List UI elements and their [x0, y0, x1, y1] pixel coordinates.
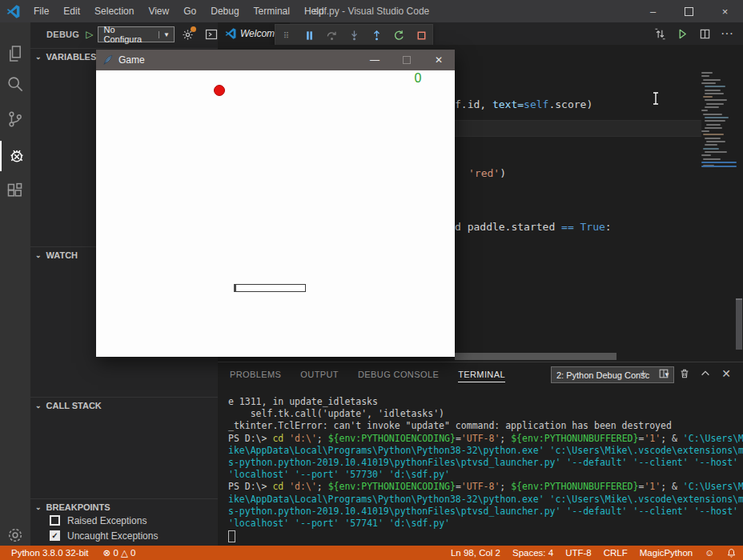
- start-debug-icon[interactable]: ▷: [86, 29, 93, 40]
- indentation[interactable]: Spaces: 4: [512, 548, 553, 558]
- game-ball: [214, 85, 225, 96]
- activity-explorer-icon[interactable]: [0, 38, 30, 69]
- settings-badge-dot: [191, 26, 196, 32]
- game-close-button[interactable]: ✕: [423, 50, 455, 70]
- step-out-button[interactable]: [367, 26, 386, 44]
- section-label: WATCH: [46, 250, 78, 260]
- encoding[interactable]: UTF-8: [565, 548, 592, 558]
- panel-tab-debug-console[interactable]: DEBUG CONSOLE: [358, 366, 439, 382]
- menu-bar: FileEditSelectionViewGoDebugTerminalHelp: [26, 0, 331, 22]
- language-mode[interactable]: MagicPython: [640, 548, 693, 558]
- maximize-button[interactable]: [671, 0, 707, 22]
- menu-view[interactable]: View: [141, 0, 176, 22]
- code-line: f.id, text=self.score): [455, 98, 592, 110]
- mouse-ibeam-cursor: [652, 91, 660, 106]
- panel-tab-terminal[interactable]: TERMINAL: [458, 366, 505, 382]
- terminal-line: s-python.python-2019.10.41019\pythonFile…: [228, 506, 740, 518]
- activity-source-control-icon[interactable]: [0, 104, 30, 134]
- menu-go[interactable]: Go: [176, 0, 203, 22]
- split-terminal-icon[interactable]: [653, 364, 674, 383]
- more-actions-icon[interactable]: ···: [716, 24, 738, 43]
- panel-tab-problems[interactable]: PROBLEMS: [230, 366, 281, 382]
- open-console-icon[interactable]: [205, 28, 218, 41]
- window-title: sdf.py - Visual Studio Code: [314, 6, 430, 17]
- game-score: 0: [408, 71, 428, 86]
- minimize-button[interactable]: –: [635, 0, 671, 22]
- terminal-line: ike\AppData\Local\Programs\Python\Python…: [228, 494, 740, 506]
- problems-summary[interactable]: ⊗ 0 △ 0: [103, 547, 136, 558]
- eol[interactable]: CRLF: [604, 548, 628, 558]
- terminal-cursor-line: [228, 530, 740, 542]
- kill-terminal-trash-icon[interactable]: [674, 364, 695, 383]
- new-terminal-icon[interactable]: ＋: [633, 364, 653, 383]
- terminal-line: s-python.python-2019.10.41019\pythonFile…: [228, 457, 740, 469]
- minimap[interactable]: [701, 72, 737, 280]
- vertical-scrollbar[interactable]: [736, 298, 742, 350]
- game-title-bar[interactable]: Game — ✕: [96, 50, 455, 70]
- game-minimize-button[interactable]: —: [359, 50, 391, 70]
- stop-button[interactable]: [412, 26, 431, 44]
- step-over-button[interactable]: [322, 26, 341, 44]
- breakpoint-item[interactable]: Raised Exceptions: [30, 513, 218, 528]
- game-paddle: [234, 284, 306, 292]
- panel: PROBLEMSOUTPUTDEBUG CONSOLETERMINAL 2: P…: [218, 362, 743, 546]
- close-panel-icon[interactable]: ✕: [716, 364, 737, 383]
- terminal-line: PS D:\> cd 'd:\'; ${env:PYTHONIOENCODING…: [228, 433, 740, 445]
- game-canvas[interactable]: 0: [96, 70, 455, 357]
- vscode-logo-icon: [6, 5, 20, 18]
- vscode-window: FileEditSelectionViewGoDebugTerminalHelp…: [0, 0, 743, 560]
- terminal-output[interactable]: e 1311, in update_idletasks self.tk.call…: [228, 396, 740, 546]
- step-into-button[interactable]: [344, 26, 363, 44]
- close-button[interactable]: ×: [707, 0, 743, 22]
- maximize-panel-icon[interactable]: [695, 364, 716, 383]
- section-label: VARIABLES: [46, 52, 97, 62]
- horizontal-scrollbar[interactable]: [455, 353, 616, 360]
- restart-button[interactable]: [389, 26, 408, 44]
- terminal-line: self.tk.call('update', 'idletasks'): [228, 408, 740, 420]
- section-label: CALL STACK: [46, 401, 102, 410]
- code-line: 'red'): [468, 167, 506, 179]
- run-python-file-icon[interactable]: [671, 24, 693, 43]
- menu-selection[interactable]: Selection: [87, 0, 141, 22]
- activity-search-icon[interactable]: [0, 69, 30, 99]
- menu-edit[interactable]: Edit: [56, 0, 87, 22]
- editor-tab-bar: Welcome ⠿: [218, 22, 743, 45]
- activity-debug-icon[interactable]: [0, 141, 32, 171]
- debug-toolbar: ⠿: [275, 24, 433, 46]
- pause-button[interactable]: [299, 26, 319, 44]
- menu-terminal[interactable]: Terminal: [247, 0, 297, 22]
- notifications-bell-icon[interactable]: [726, 548, 737, 558]
- open-changes-icon[interactable]: [649, 24, 671, 43]
- section-header-call-stack[interactable]: ⌄CALL STACK: [30, 397, 218, 413]
- title-bar: FileEditSelectionViewGoDebugTerminalHelp…: [0, 0, 743, 22]
- chevron-down-icon: ⌄: [35, 503, 42, 511]
- section-label: BREAKPOINTS: [46, 502, 110, 512]
- menu-file[interactable]: File: [26, 0, 56, 22]
- panel-tab-output[interactable]: OUTPUT: [300, 366, 339, 382]
- toolbar-grip-handle[interactable]: ⠿: [277, 26, 296, 44]
- chevron-down-icon: ▼: [159, 31, 174, 38]
- terminal-line: PS D:\> cd 'd:\'; ${env:PYTHONIOENCODING…: [228, 481, 740, 493]
- debug-settings-gear-icon[interactable]: [182, 29, 194, 41]
- menu-debug[interactable]: Debug: [203, 0, 246, 22]
- section-header-breakpoints[interactable]: ⌄BREAKPOINTS: [30, 498, 218, 514]
- status-bar: Python 3.8.0 32-bit⊗ 0 △ 0 Ln 98, Col 2S…: [0, 546, 743, 560]
- debug-config-dropdown[interactable]: No Configura ▼: [98, 26, 175, 42]
- terminal-line: 'localhost' '--port' '57730' 'd:\sdf.py': [228, 469, 740, 481]
- breakpoint-item[interactable]: ✓Uncaught Exceptions: [30, 528, 218, 543]
- activity-extensions-icon[interactable]: [0, 176, 30, 206]
- game-window-title: Game: [118, 54, 145, 66]
- checkbox-unchecked[interactable]: [50, 515, 60, 526]
- game-maximize-button[interactable]: [391, 50, 423, 70]
- chevron-down-icon: ⌄: [35, 53, 42, 61]
- checkbox-checked[interactable]: ✓: [50, 530, 60, 541]
- cursor-position[interactable]: Ln 98, Col 2: [451, 548, 500, 558]
- game-window: Game — ✕ 0: [96, 50, 455, 357]
- python-interpreter[interactable]: Python 3.8.0 32-bit: [11, 548, 89, 558]
- split-editor-icon[interactable]: [693, 24, 716, 43]
- vscode-logo-icon: [225, 28, 236, 39]
- feedback-smiley[interactable]: ☺: [705, 548, 714, 558]
- terminal-line: 'localhost' '--port' '57741' 'd:\sdf.py': [228, 518, 740, 530]
- terminal-cursor: [228, 530, 235, 542]
- tk-feather-icon: [102, 54, 114, 66]
